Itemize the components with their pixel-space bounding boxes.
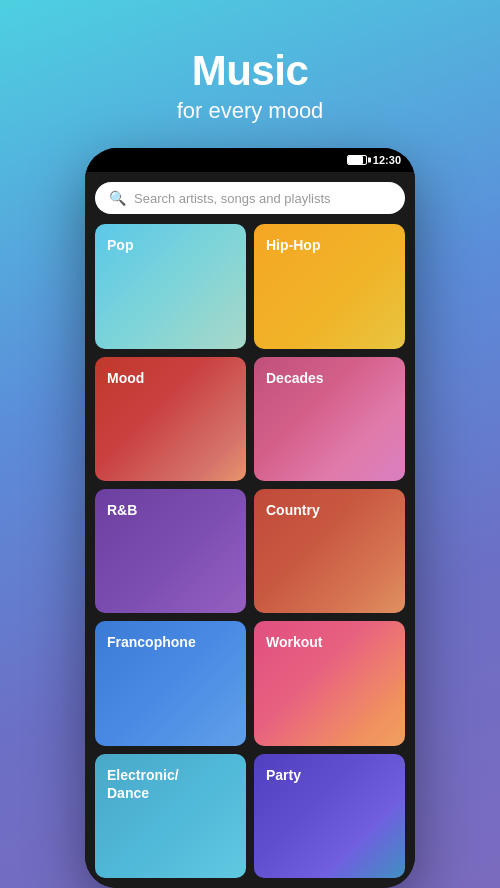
genre-item-decades[interactable]: Decades [254, 357, 405, 481]
genre-label-electronic: Electronic/Dance [107, 766, 179, 802]
genre-label-pop: Pop [107, 236, 133, 254]
genre-item-pop[interactable]: Pop [95, 224, 246, 348]
genre-label-country: Country [266, 501, 320, 519]
genre-item-country[interactable]: Country [254, 489, 405, 613]
search-icon: 🔍 [109, 190, 126, 206]
phone-mockup: 12:30 🔍 Search artists, songs and playli… [85, 148, 415, 888]
genre-item-party[interactable]: Party [254, 754, 405, 878]
genre-label-rnb: R&B [107, 501, 137, 519]
genre-item-rnb[interactable]: R&B [95, 489, 246, 613]
genre-item-electronic[interactable]: Electronic/Dance [95, 754, 246, 878]
genre-label-mood: Mood [107, 369, 144, 387]
genre-label-workout: Workout [266, 633, 323, 651]
genre-label-party: Party [266, 766, 301, 784]
genre-label-hiphop: Hip-Hop [266, 236, 320, 254]
genre-item-hiphop[interactable]: Hip-Hop [254, 224, 405, 348]
page-title: Music [177, 48, 324, 94]
genre-item-mood[interactable]: Mood [95, 357, 246, 481]
genre-label-francophone: Francophone [107, 633, 196, 651]
genre-grid: Pop Hip-Hop Mood Decades R&B Country Fra… [95, 224, 405, 878]
genre-label-decades: Decades [266, 369, 324, 387]
status-bar: 12:30 [85, 148, 415, 172]
search-placeholder: Search artists, songs and playlists [134, 191, 331, 206]
genre-item-workout[interactable]: Workout [254, 621, 405, 745]
page-subtitle: for every mood [177, 98, 324, 124]
status-time: 12:30 [373, 154, 401, 166]
genre-item-francophone[interactable]: Francophone [95, 621, 246, 745]
battery-icon [347, 155, 367, 165]
page-header: Music for every mood [157, 0, 344, 148]
phone-content: 🔍 Search artists, songs and playlists Po… [85, 172, 415, 888]
search-bar[interactable]: 🔍 Search artists, songs and playlists [95, 182, 405, 214]
